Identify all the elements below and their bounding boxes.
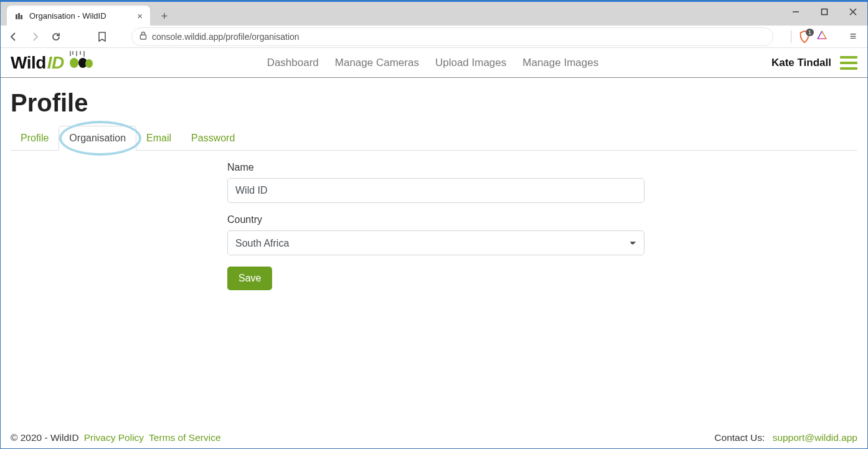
hamburger-menu-icon[interactable] <box>840 56 857 70</box>
svg-point-15 <box>85 59 93 68</box>
browser-toolbar: 1 ≡ <box>1 26 867 48</box>
page-title: Profile <box>11 89 857 117</box>
tab-email[interactable]: Email <box>136 126 181 150</box>
url-input[interactable] <box>152 32 765 42</box>
logo-text-id: ID <box>47 53 64 73</box>
brave-rewards-icon[interactable] <box>816 30 828 44</box>
app-logo[interactable]: WildID <box>11 51 94 74</box>
save-button[interactable]: Save <box>227 267 272 290</box>
nav-back-icon[interactable] <box>7 30 21 44</box>
nav-reload-icon[interactable] <box>49 30 63 44</box>
toolbar-separator <box>791 31 791 43</box>
lock-icon <box>139 31 147 42</box>
tab-close-icon[interactable]: × <box>137 11 143 21</box>
nav-dashboard[interactable]: Dashboard <box>267 57 319 69</box>
brave-shield-icon[interactable]: 1 <box>798 30 811 44</box>
main-nav: Dashboard Manage Cameras Upload Images M… <box>267 57 599 69</box>
window-maximize-icon[interactable] <box>810 2 839 22</box>
address-bar[interactable] <box>131 27 773 46</box>
svg-rect-1 <box>18 13 20 19</box>
footer-contact-label: Contact Us: <box>714 432 767 443</box>
browser-menu-icon[interactable]: ≡ <box>845 30 861 43</box>
new-tab-button[interactable]: + <box>155 7 174 26</box>
nav-upload-images[interactable]: Upload Images <box>435 57 506 69</box>
profile-tabs: Profile Organisation Email Password <box>11 126 857 151</box>
svg-point-13 <box>70 58 78 68</box>
svg-rect-0 <box>16 14 17 19</box>
shield-badge: 1 <box>806 29 814 36</box>
organisation-form: Name Country South Africa Save <box>227 162 644 290</box>
country-label: Country <box>227 214 644 225</box>
app-header: WildID Dashboard Manage Ca <box>1 48 867 78</box>
svg-rect-2 <box>21 15 22 19</box>
footer-privacy-link[interactable]: Privacy Policy <box>84 432 144 443</box>
tab-title: Organisation - WildID <box>29 11 132 21</box>
tab-organisation[interactable]: Organisation <box>59 126 136 151</box>
browser-tab[interactable]: Organisation - WildID × <box>7 6 150 26</box>
svg-rect-4 <box>822 9 828 15</box>
logo-animals-icon <box>68 51 94 74</box>
nav-forward-icon <box>28 30 42 44</box>
tab-favicon-icon <box>14 11 24 21</box>
country-select[interactable]: South Africa <box>227 230 644 255</box>
bookmark-icon[interactable] <box>95 30 109 44</box>
name-label: Name <box>227 162 644 173</box>
nav-manage-cameras[interactable]: Manage Cameras <box>335 57 419 69</box>
page-footer: © 2020 - WildID Privacy Policy Terms of … <box>1 427 867 448</box>
name-input[interactable] <box>227 178 644 203</box>
footer-contact-email[interactable]: support@wildid.app <box>773 432 857 443</box>
window-close-icon[interactable] <box>839 2 867 22</box>
footer-terms-link[interactable]: Terms of Service <box>149 432 220 443</box>
logo-text-wild: Wild <box>11 53 46 73</box>
user-name[interactable]: Kate Tindall <box>771 57 831 69</box>
tab-profile[interactable]: Profile <box>11 126 59 150</box>
tab-password[interactable]: Password <box>181 126 245 150</box>
svg-rect-7 <box>141 35 146 39</box>
footer-copyright: © 2020 - WildID <box>11 432 79 443</box>
window-minimize-icon[interactable] <box>781 2 810 22</box>
browser-titlebar: Organisation - WildID × + <box>1 1 867 26</box>
nav-manage-images[interactable]: Manage Images <box>522 57 598 69</box>
